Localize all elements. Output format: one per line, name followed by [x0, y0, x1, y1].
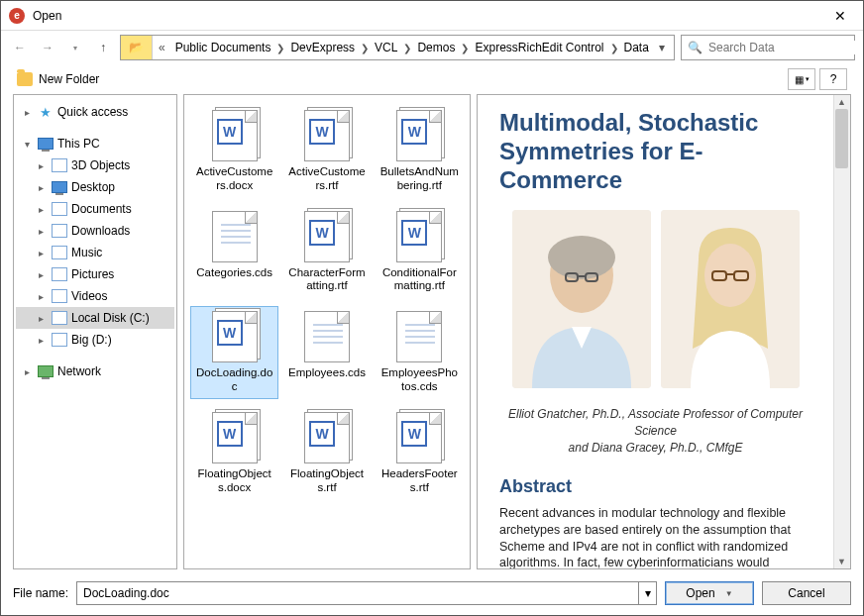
file-item[interactable]: W CharacterFormatting.rtf [282, 206, 371, 299]
sidebar-item[interactable]: ▸ Desktop [16, 176, 174, 198]
file-item[interactable]: Employees.cds [282, 306, 371, 399]
file-icon: W [304, 412, 350, 463]
cancel-button[interactable]: Cancel [762, 581, 851, 605]
sidebar-item[interactable]: ▸ Local Disk (C:) [16, 307, 174, 329]
sidebar-item[interactable]: ▸ Documents [16, 198, 174, 220]
file-label: Categories.cds [196, 266, 272, 280]
author-photo [661, 210, 800, 388]
panels: ▸ ★ Quick access ▾ This PC ▸ 3D Objects … [1, 94, 863, 577]
file-item[interactable]: W FloatingObjects.docx [190, 407, 278, 500]
file-label: FloatingObjects.docx [195, 467, 273, 495]
file-item[interactable]: W ConditionalFormatting.rtf [376, 206, 464, 299]
file-item[interactable]: W BulletsAndNumbering.rtf [376, 105, 464, 198]
breadcrumb-item[interactable]: Data [620, 41, 653, 54]
search-icon: 🔍 [688, 41, 702, 54]
expand-icon[interactable]: ▸ [20, 107, 34, 118]
breadcrumb-item[interactable]: Public Documents [171, 41, 275, 54]
expand-icon[interactable]: ▸ [34, 160, 48, 171]
file-icon [396, 311, 442, 362]
sidebar-item[interactable]: ▸ 3D Objects [16, 154, 174, 176]
sidebar-item-this-pc[interactable]: ▾ This PC [16, 133, 174, 154]
tree-label: This PC [57, 137, 100, 151]
file-item[interactable]: W DocLoading.doc [190, 306, 278, 399]
author-photos [499, 210, 811, 388]
collapse-icon[interactable]: ▾ [20, 139, 34, 150]
sidebar-item-network[interactable]: ▸ Network [16, 360, 174, 382]
file-list[interactable]: W ActiveCustomers.docx W ActiveCustomers… [183, 94, 471, 569]
file-item[interactable]: W HeadersFooters.rtf [376, 407, 464, 500]
search-input[interactable] [708, 41, 857, 54]
sidebar-item[interactable]: ▸ Pictures [16, 263, 174, 285]
file-item[interactable]: W ActiveCustomers.docx [190, 105, 278, 198]
breadcrumb-overflow[interactable]: « [153, 41, 171, 54]
breadcrumb-item[interactable]: Demos [413, 41, 459, 54]
filename-input[interactable] [76, 581, 639, 605]
file-label: ConditionalFormatting.rtf [380, 266, 459, 294]
drive-icon [52, 332, 67, 348]
file-item[interactable]: EmployeesPhotos.cds [376, 306, 464, 399]
breadcrumb-item[interactable]: VCL [371, 41, 401, 54]
breadcrumb-item[interactable]: ExpressRichEdit Control [471, 41, 607, 54]
close-button[interactable]: ✕ [825, 8, 855, 24]
word-icon: W [217, 421, 243, 447]
svg-point-2 [548, 236, 615, 279]
file-item[interactable]: Categories.cds [190, 206, 278, 299]
new-folder-button[interactable]: New Folder [39, 72, 99, 86]
expand-icon[interactable]: ▸ [34, 248, 48, 258]
expand-icon[interactable]: ▸ [34, 204, 48, 215]
sidebar-item-quick-access[interactable]: ▸ ★ Quick access [16, 101, 174, 123]
breadcrumb[interactable]: 📂 « Public Documents❯ DevExpress❯ VCL❯ D… [120, 35, 675, 60]
file-label: Employees.cds [288, 366, 366, 380]
sidebar-item[interactable]: ▸ Videos [16, 285, 174, 307]
file-item[interactable]: W ActiveCustomers.rtf [282, 105, 371, 198]
filename-dropdown[interactable]: ▾ [639, 581, 657, 605]
file-icon: W [304, 110, 350, 161]
scroll-thumb[interactable] [835, 109, 848, 168]
drive-icon [52, 288, 67, 304]
search-box[interactable]: 🔍 [681, 35, 855, 60]
file-icon [304, 311, 350, 362]
expand-icon[interactable]: ▸ [34, 269, 48, 280]
preview-title: Multimodal, Stochastic Symmetries for E-… [499, 109, 811, 194]
open-button[interactable]: Open ▼ [665, 581, 754, 605]
open-dropdown-icon[interactable]: ▼ [725, 589, 733, 598]
scroll-down-icon[interactable]: ▼ [833, 555, 850, 568]
scrollbar[interactable]: ▲ ▼ [833, 95, 850, 568]
breadcrumb-dropdown[interactable]: ▾ [653, 41, 671, 54]
word-icon: W [401, 119, 427, 145]
tree-label: Desktop [71, 180, 115, 194]
file-label: HeadersFooters.rtf [380, 467, 459, 495]
tree-label: Music [71, 246, 102, 259]
file-label: CharacterFormatting.rtf [287, 266, 366, 294]
expand-icon[interactable]: ▸ [34, 226, 48, 237]
back-button[interactable]: ← [9, 37, 31, 58]
view-mode-button[interactable]: ▦▾ [788, 68, 815, 90]
expand-icon[interactable]: ▸ [34, 182, 48, 193]
file-label: BulletsAndNumbering.rtf [380, 165, 459, 193]
expand-icon[interactable]: ▸ [34, 291, 48, 302]
up-button[interactable]: ↑ [92, 37, 114, 58]
sidebar-item[interactable]: ▸ Big (D:) [16, 329, 174, 351]
breadcrumb-item[interactable]: DevExpress [286, 41, 359, 54]
abstract-body: Recent advances in modular technology an… [499, 505, 811, 569]
sidebar-item[interactable]: ▸ Music [16, 242, 174, 263]
drive-icon [52, 310, 67, 326]
sidebar-item[interactable]: ▸ Downloads [16, 220, 174, 242]
chevron-right-icon: ❯ [359, 43, 371, 53]
tree-label: Local Disk (C:) [71, 311, 150, 325]
scroll-up-icon[interactable]: ▲ [833, 95, 850, 109]
history-dropdown[interactable]: ▾ [64, 37, 86, 58]
file-item[interactable]: W FloatingObjects.rtf [282, 407, 371, 500]
help-button[interactable]: ? [819, 68, 847, 90]
expand-icon[interactable]: ▸ [34, 313, 48, 324]
word-icon: W [217, 119, 243, 145]
word-icon: W [309, 421, 335, 447]
tree-label: Videos [71, 289, 107, 303]
tree-label: Pictures [71, 267, 114, 281]
expand-icon[interactable]: ▸ [20, 366, 34, 377]
folder-icon: 📂 [121, 36, 153, 59]
pc-icon [38, 136, 54, 152]
file-icon: W [304, 211, 350, 262]
expand-icon[interactable]: ▸ [34, 335, 48, 346]
navigation-tree[interactable]: ▸ ★ Quick access ▾ This PC ▸ 3D Objects … [13, 94, 177, 569]
